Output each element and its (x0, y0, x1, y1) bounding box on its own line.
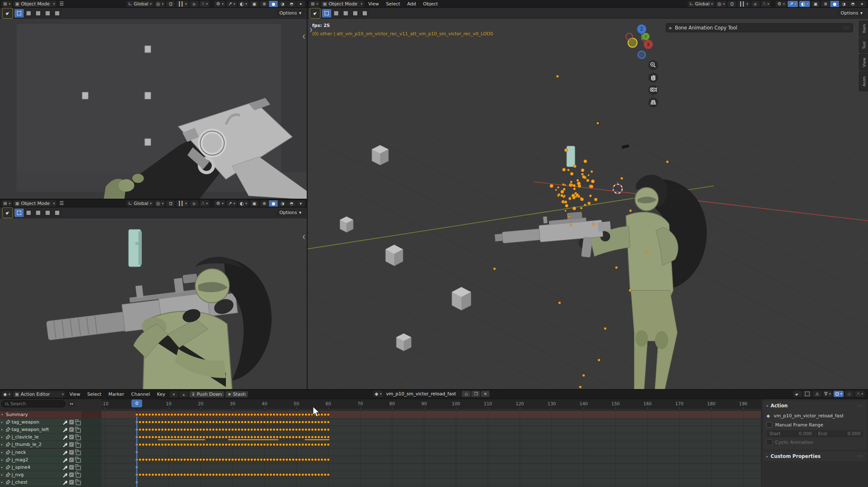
snap-settings-dropdown[interactable]: ┃┃▾ (176, 1, 188, 7)
unlock-icon[interactable] (76, 429, 81, 433)
unlock-icon[interactable] (76, 481, 81, 485)
channel-row-summary[interactable]: ▾Summary (0, 411, 102, 418)
manual-frame-range-checkbox[interactable] (766, 422, 772, 428)
editor-type-dropdown[interactable]: ⊞▾ (2, 200, 12, 207)
snap-dropdown[interactable]: Ω▾ (834, 391, 844, 397)
modifiers-wrench-icon[interactable] (62, 480, 67, 485)
collections-menu-icon[interactable]: ☰ (58, 1, 65, 7)
push-down-button[interactable]: ⇓Push Down (189, 391, 224, 397)
expand-icon[interactable]: ▸ (1, 458, 5, 462)
show-overlays-dropdown[interactable]: ↗▾ (788, 1, 798, 7)
channel-enable-checkbox[interactable]: ✓ (69, 472, 74, 477)
shading-wireframe-icon[interactable]: ⊕ (821, 1, 830, 7)
show-gizmo-dropdown[interactable]: ⚙▾ (776, 1, 786, 7)
modifiers-wrench-icon[interactable] (62, 457, 67, 463)
sidebar-tab-item[interactable]: Item (859, 21, 868, 37)
cursor-select-icon[interactable]: ► (793, 391, 802, 397)
cyclic-animation-checkbox[interactable] (766, 439, 772, 445)
shading-solid-icon[interactable]: ● (830, 1, 839, 7)
expand-icon[interactable]: ▾ (1, 413, 5, 416)
playhead-frame-indicator[interactable]: 0 (131, 399, 142, 407)
panel-grip-icon[interactable]: ∷∷ (844, 26, 849, 30)
show-overlays-dropdown[interactable]: ↗▾ (226, 1, 237, 7)
show-gizmo-dropdown[interactable]: ⚙▾ (214, 200, 225, 207)
channel-enable-checkbox[interactable]: ✓ (69, 458, 74, 462)
sidebar-tab-view[interactable]: View (859, 54, 868, 71)
expand-icon[interactable]: ▸ (1, 428, 5, 431)
transform-orientation-dropdown[interactable]: ∟Global▾ (126, 200, 153, 207)
expand-icon[interactable]: ▸ (1, 473, 5, 477)
pin-icon[interactable] (6, 450, 10, 455)
channel-row[interactable]: ▸tag_weapon ✓ (0, 419, 102, 426)
toggle-xray-icon[interactable]: ▣ (811, 1, 820, 7)
action-datablock-name[interactable]: vm_p10_sm_victor_reload_fast (773, 413, 844, 419)
shading-solid-icon[interactable]: ● (269, 200, 278, 207)
channel-enable-checkbox[interactable]: ✓ (69, 480, 74, 485)
mode-dropdown[interactable]: ▣Object Mode▾ (13, 1, 56, 7)
channel-row[interactable]: ▸j_neck ✓ (0, 449, 102, 456)
unlock-icon[interactable] (76, 436, 81, 440)
channel-row[interactable]: ▸tag_weapon_left ✓ (0, 426, 102, 433)
unlock-icon[interactable] (76, 458, 81, 463)
modifiers-wrench-icon[interactable] (62, 427, 67, 432)
modifiers-wrench-icon[interactable] (62, 465, 67, 470)
sidebar-collapse-arrow[interactable]: ❮ (302, 234, 305, 239)
proportional-falloff-dropdown[interactable]: Λ▾ (761, 1, 771, 7)
modifiers-wrench-icon[interactable] (62, 472, 67, 477)
menu-view[interactable]: View (365, 1, 382, 7)
select-mode-subtract[interactable] (341, 9, 350, 17)
modifiers-wrench-icon[interactable] (62, 434, 67, 440)
fake-user-shield-button[interactable]: ◇ (462, 391, 470, 397)
proportional-edit-icon[interactable]: ◉ (751, 1, 760, 7)
menu-select[interactable]: Select (85, 392, 104, 397)
unlock-icon[interactable] (76, 473, 81, 477)
menu-object[interactable]: Object (420, 1, 441, 7)
channel-enable-checkbox[interactable]: ✓ (69, 427, 74, 432)
select-mode-invert[interactable] (43, 209, 52, 217)
shading-wireframe-icon[interactable]: ⊕ (260, 1, 269, 7)
channel-row[interactable]: ▸j_thumb_le_2 ✓ (0, 441, 102, 448)
toggle-xray-icon[interactable]: ▣ (250, 1, 259, 7)
pivot-point-dropdown[interactable]: ◎▾ (716, 1, 727, 7)
only-errors-icon[interactable]: ⚠ (813, 391, 822, 397)
select-mode-extend[interactable] (24, 9, 33, 17)
shading-dropdown[interactable]: ▾ (296, 200, 305, 207)
channel-enable-checkbox[interactable]: ✓ (69, 435, 74, 439)
shading-rendered-icon[interactable]: ◓ (287, 1, 296, 7)
channel-row[interactable]: ▸j_mag2 ✓ (0, 456, 102, 463)
filter-toggle-button[interactable]: ↔ (67, 400, 76, 407)
browse-action-dropdown[interactable]: ◆▾ (373, 391, 383, 397)
unlock-icon[interactable] (76, 466, 81, 470)
channel-enable-checkbox[interactable]: ✓ (69, 465, 74, 470)
panel-grip-icon[interactable]: ∷∷ (858, 454, 863, 458)
mode-dropdown[interactable]: ▣Object Mode▾ (13, 200, 56, 207)
sidebar-tab-anim[interactable]: Anim (859, 71, 868, 91)
shading-rendered-icon[interactable]: ◓ (287, 200, 296, 207)
start-frame-field[interactable]: Start0.000 (766, 430, 815, 437)
unlock-icon[interactable] (76, 421, 81, 425)
xray-settings-dropdown[interactable]: ◐▾ (238, 200, 249, 207)
toggle-xray-icon[interactable]: ▣ (250, 200, 259, 207)
snap-settings-dropdown[interactable]: ┃┃▾ (176, 200, 188, 207)
proportional-edit-icon[interactable]: ◎ (845, 391, 853, 397)
modifiers-wrench-icon[interactable] (62, 419, 67, 425)
expand-icon[interactable]: ▸ (1, 465, 5, 469)
shading-rendered-icon[interactable]: ◓ (849, 1, 857, 7)
select-mode-invert[interactable] (43, 9, 52, 17)
pivot-point-dropdown[interactable]: ◎▾ (155, 1, 165, 7)
snap-magnet-icon[interactable]: Ω (166, 200, 175, 207)
select-mode-set[interactable] (322, 9, 331, 17)
shading-material-icon[interactable]: ◑ (278, 1, 287, 7)
chevron-down-icon[interactable]: ▾ (766, 404, 768, 408)
editor-type-dropdown[interactable]: ⊞▾ (2, 1, 12, 7)
select-mode-subtract[interactable] (34, 9, 43, 17)
box-select-icon[interactable] (803, 391, 812, 397)
select-mode-extend[interactable] (332, 9, 341, 17)
select-mode-intersect[interactable] (53, 209, 62, 217)
select-mode-subtract[interactable] (34, 209, 43, 217)
snap-magnet-icon[interactable]: Ω (727, 1, 736, 7)
active-tool-select-box[interactable]: ► (2, 8, 13, 19)
shading-material-icon[interactable]: ◑ (839, 1, 848, 7)
show-gizmo-dropdown[interactable]: ⚙▾ (214, 1, 225, 7)
modifiers-wrench-icon[interactable] (62, 442, 67, 447)
